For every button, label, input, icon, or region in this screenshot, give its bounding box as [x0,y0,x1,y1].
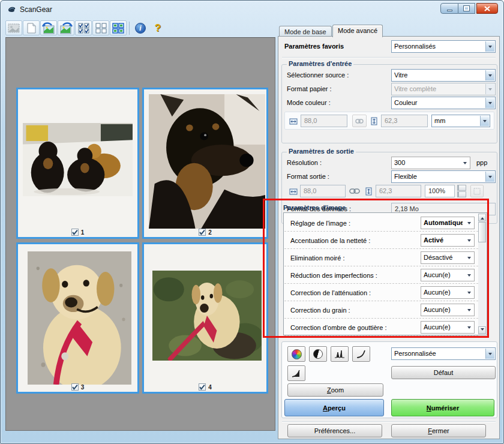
brightness-contrast-icon [313,349,323,359]
check-all-button[interactable] [75,20,92,35]
info-button[interactable]: i [132,20,149,35]
resolution-select[interactable]: 300 [391,157,470,169]
scroll-down-button[interactable] [478,326,486,334]
setting-label: Accentuation de la netteté : [290,237,370,244]
dust-reduction-select[interactable]: Aucun(e) [421,269,475,281]
scale-field[interactable]: 100% [425,185,455,197]
clear-button[interactable] [23,20,40,35]
output-format-label: Format sortie : [287,173,329,180]
unit-select[interactable]: mm [431,115,490,127]
height-icon [365,187,373,196]
close-button[interactable] [476,3,498,14]
divider [282,421,496,422]
scale-stepper[interactable] [457,185,466,197]
default-button[interactable]: Défaut [391,366,496,379]
select-source-select[interactable]: Vitre [391,69,496,82]
thumbnail-2-checkbox[interactable] [199,229,206,236]
stepper-down-button[interactable] [457,191,466,197]
tone-curve-icon [356,350,366,358]
favorites-label: Paramètres favoris [284,43,344,50]
tab-advanced-mode[interactable]: Mode avancé [332,25,383,37]
grain-correction-select[interactable]: Aucun(e) [421,304,475,316]
scroll-thumb[interactable] [478,222,486,242]
minimize-button[interactable] [440,3,458,14]
histogram-icon [334,350,345,358]
rotate-left-icon [42,22,55,34]
scroll-up-button[interactable] [478,214,486,221]
rotate-right-icon [59,22,73,34]
check-icon [72,229,78,235]
rotate-right-button[interactable] [58,20,74,35]
toolbar: i ? [5,20,274,36]
preset-select[interactable]: Personnalisée [391,347,496,360]
link-icon [355,118,364,124]
thumbnail-2[interactable]: 2 [142,88,268,239]
divider [282,57,496,58]
thumbnail-4[interactable]: 4 [142,242,268,394]
fading-correction-select[interactable]: Aucun(e) [421,286,475,299]
scangear-window: ScanGear [0,0,504,444]
check-icon [72,384,78,390]
preferences-button[interactable]: Préférences... [287,424,382,437]
thumbnail-3[interactable]: 3 [16,242,139,394]
setting-label: Correction d'ombre de gouttière : [290,324,386,331]
favorites-select[interactable]: Personnalisés [391,40,496,53]
info-icon: i [135,23,146,34]
link-dimensions-button[interactable] [352,115,367,127]
minimize-icon [447,10,452,11]
check-icon [199,384,205,390]
setting-label: Réduction des imperfections : [290,272,377,279]
thumbnail-3-checkbox[interactable] [71,383,79,391]
histogram-button[interactable] [331,346,349,362]
maximize-button[interactable] [458,3,475,14]
chevron-down-icon [464,287,473,298]
image-adjustment-select[interactable]: Automatique [421,217,475,229]
app-icon [7,5,17,14]
tone-curve-button[interactable] [352,346,370,362]
brightness-contrast-button[interactable] [309,346,327,362]
close-icon [484,6,490,11]
thumbnail-4-photo [152,271,262,361]
check-all-icon [78,23,89,34]
crop-thumbnail-icon [8,23,20,33]
input-height-field: 62,3 [381,115,428,127]
input-settings-title: Paramètres d'entrée [287,60,353,67]
rotate-left-button[interactable] [40,20,57,35]
color-mode-select[interactable]: Couleur [391,97,496,109]
adjust-aspect-button [470,185,484,197]
scan-button[interactable]: Numériser [391,399,494,416]
gutter-shadow-select[interactable]: Aucun(e) [421,321,475,334]
window-title: ScanGear [20,5,52,14]
image-setting-row: Réglage de l'image : Automatique [284,214,478,232]
image-settings-scrollbar[interactable] [478,214,486,334]
thumbnail-3-photo [28,251,131,385]
descreen-select[interactable]: Désactivé [421,251,475,264]
crop-thumbnail-button[interactable] [5,20,22,35]
final-review-button[interactable] [287,365,305,381]
preview-button[interactable]: Aperçu [284,399,384,416]
thumbnail-1[interactable]: 1 [16,88,139,239]
stepper-up-button[interactable] [457,185,466,191]
close-dialog-button[interactable]: Fermer [391,424,486,437]
sharpness-select[interactable]: Activé [421,234,475,247]
color-wheel-icon [292,349,302,359]
chevron-down-icon [485,172,494,182]
thumbnail-3-number: 3 [81,384,85,391]
select-all-button[interactable] [110,20,127,35]
thumbnail-4-checkbox[interactable] [199,383,206,391]
thumbnail-1-checkbox[interactable] [71,229,79,236]
output-height-field: 62,3 [376,185,421,197]
title-bar[interactable]: ScanGear [1,1,503,19]
tab-basic-mode[interactable]: Mode de base [279,26,332,37]
chevron-down-icon [485,84,494,94]
select-all-icon [112,23,124,34]
output-width-field: 88,0 [300,185,346,197]
zoom-button[interactable]: Zoom [287,383,383,397]
help-button[interactable]: ? [149,20,166,35]
output-format-select[interactable]: Flexible [391,170,496,183]
thumbnail-4-number: 4 [208,384,212,391]
thumbnail-1-photo [23,123,133,196]
saturation-button[interactable] [287,346,305,362]
width-icon [289,117,298,125]
uncheck-all-button[interactable] [92,20,109,35]
